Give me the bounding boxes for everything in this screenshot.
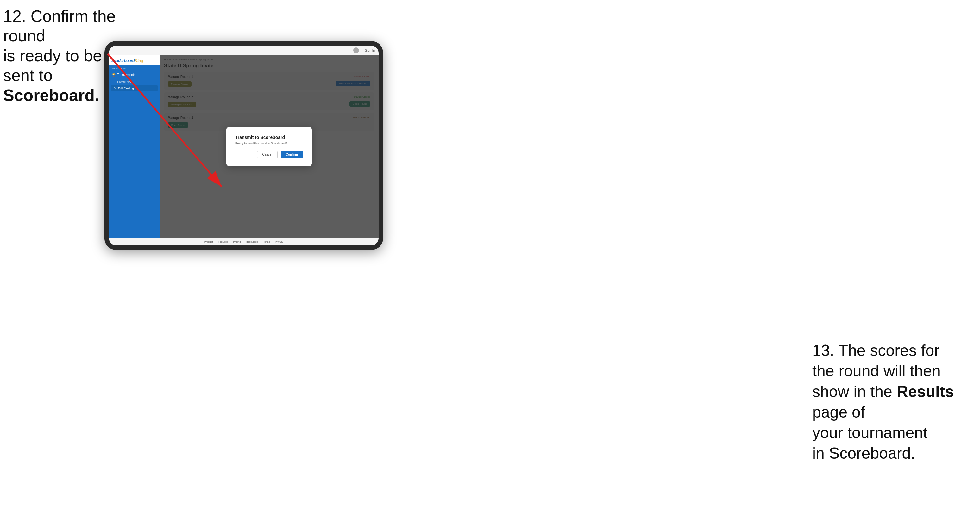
footer-link-terms[interactable]: Terms [263, 240, 270, 243]
modal-cancel-button[interactable]: Cancel [257, 151, 278, 159]
tablet-frame: → Sign In LeaderboardKing MAIN MENU 🏆 To… [105, 41, 383, 250]
sidebar-logo: LeaderboardKing [109, 55, 159, 65]
transmit-modal: Transmit to Scoreboard Ready to send thi… [226, 127, 312, 166]
trophy-icon: 🏆 [112, 73, 116, 76]
edit-icon: ✎ [114, 87, 116, 90]
tablet-screen: → Sign In LeaderboardKing MAIN MENU 🏆 To… [109, 46, 379, 246]
sidebar-item-create-new[interactable]: + Create New [109, 79, 159, 85]
footer-link-resources[interactable]: Resources [246, 240, 258, 243]
modal-container: Transmit to Scoreboard Ready to send thi… [159, 55, 379, 238]
edit-existing-label: Edit Existing [118, 87, 134, 90]
footer-link-privacy[interactable]: Privacy [275, 240, 283, 243]
logo-text: LeaderboardKing [111, 58, 143, 63]
modal-subtitle: Ready to send this round to Scoreboard? [235, 142, 303, 145]
create-new-label: Create New [117, 80, 132, 84]
modal-buttons: Cancel Confirm [235, 151, 303, 159]
footer-link-features[interactable]: Features [218, 240, 228, 243]
content-area: Home / Tournaments / State U Spring Invi… [159, 55, 379, 238]
footer-link-pricing[interactable]: Pricing [233, 240, 240, 243]
sign-in-label[interactable]: → Sign In [361, 49, 375, 52]
main-layout: LeaderboardKing MAIN MENU 🏆 Tournaments … [109, 55, 379, 238]
sidebar-tournaments-label: Tournaments [117, 73, 135, 76]
footer: Product Features Pricing Resources Terms… [109, 238, 379, 246]
modal-confirm-button[interactable]: Confirm [281, 151, 303, 159]
annotation-bottom: 13. The scores for the round will then s… [812, 340, 977, 464]
footer-link-product[interactable]: Product [204, 240, 213, 243]
top-bar: → Sign In [109, 46, 379, 55]
modal-title: Transmit to Scoreboard [235, 135, 303, 140]
sidebar: LeaderboardKing MAIN MENU 🏆 Tournaments … [109, 55, 159, 238]
sidebar-item-edit-existing[interactable]: ✎ Edit Existing [111, 85, 158, 91]
plus-icon: + [114, 80, 116, 84]
sidebar-item-tournaments[interactable]: 🏆 Tournaments [109, 71, 159, 79]
user-avatar-icon [353, 48, 359, 53]
sidebar-menu-label: MAIN MENU [109, 65, 159, 71]
